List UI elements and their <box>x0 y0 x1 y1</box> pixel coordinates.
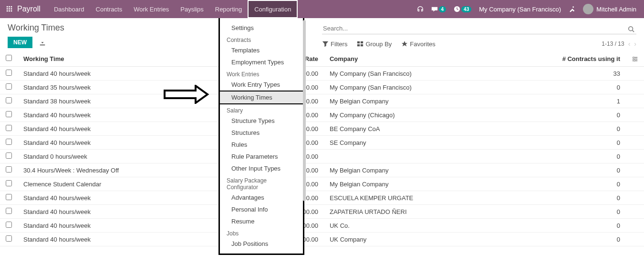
cell-company <box>324 150 550 163</box>
row-checkbox[interactable] <box>6 83 12 90</box>
row-checkbox[interactable] <box>6 70 12 76</box>
cell-contracts: 0 <box>550 177 626 191</box>
apps-icon[interactable] <box>4 6 15 12</box>
svg-rect-6 <box>7 10 8 12</box>
dd-item-advantages[interactable]: Advantages <box>220 192 303 203</box>
cell-company: My Belgian Company <box>324 163 550 177</box>
dd-item-job-positions[interactable]: Job Positions <box>220 238 303 246</box>
dd-item-templates[interactable]: Templates <box>220 44 303 56</box>
table-container: Working Time Time Rate Company # Contrac… <box>0 51 644 246</box>
dd-item-structure-types[interactable]: Structure Types <box>220 115 303 127</box>
filters-button[interactable]: Filters <box>322 41 347 48</box>
dd-item-personal-info[interactable]: Personal Info <box>220 203 303 215</box>
row-checkbox[interactable] <box>6 111 12 117</box>
table-row[interactable]: Clemence Student Calendar20.00My Belgian… <box>0 177 644 191</box>
svg-point-20 <box>634 60 635 61</box>
dd-item-resume[interactable]: Resume <box>220 215 303 227</box>
cell-contracts: 0 <box>550 233 626 246</box>
cell-company: My Company (Chicago) <box>324 108 550 122</box>
nav-dashboard[interactable]: Dashboard <box>48 0 90 18</box>
table-row[interactable]: Standard 40 hours/week100.00SE Company0 <box>0 136 644 150</box>
row-checkbox[interactable] <box>6 125 12 131</box>
table-row[interactable]: Standard 40 hours/week100.00BE Company C… <box>0 122 644 136</box>
tools-icon[interactable] <box>565 0 579 18</box>
dd-section-contracts: Contracts <box>220 34 303 44</box>
group-by-button[interactable]: Group By <box>357 41 392 48</box>
svg-rect-11 <box>357 41 360 43</box>
svg-rect-14 <box>361 44 363 46</box>
dd-item-rule-parameters[interactable]: Rule Parameters <box>220 151 303 162</box>
row-checkbox[interactable] <box>6 235 12 242</box>
company-selector[interactable]: My Company (San Francisco) <box>475 0 565 18</box>
svg-rect-3 <box>7 8 8 10</box>
nav-configuration[interactable]: Configuration <box>248 0 298 18</box>
row-checkbox[interactable] <box>6 222 12 228</box>
dd-section-salary-package-configurator: Salary Package Configurator <box>220 174 303 192</box>
svg-point-18 <box>633 57 634 58</box>
activities-badge: 43 <box>461 6 471 12</box>
dd-section-salary: Salary <box>220 104 303 115</box>
table-row[interactable]: Standard 0 hours/week0.000 <box>0 150 644 163</box>
svg-rect-0 <box>7 6 8 8</box>
search-input[interactable] <box>322 23 636 34</box>
cell-company: SE Company <box>324 136 550 150</box>
row-checkbox[interactable] <box>6 97 12 103</box>
col-company[interactable]: Company <box>324 51 550 67</box>
svg-point-10 <box>629 26 633 30</box>
search-icon[interactable] <box>628 25 634 32</box>
svg-rect-8 <box>11 10 12 12</box>
cell-company: UK Co. <box>324 219 550 233</box>
dd-item-working-times[interactable]: Working Times <box>219 91 304 104</box>
cell-contracts: 0 <box>550 122 626 136</box>
working-times-table: Working Time Time Rate Company # Contrac… <box>0 51 644 246</box>
cell-contracts: 0 <box>550 81 626 94</box>
nav-contracts[interactable]: Contracts <box>90 0 128 18</box>
row-checkbox[interactable] <box>6 166 12 173</box>
table-row[interactable]: Standard 38 hours/week100.00My Belgian C… <box>0 94 644 108</box>
favorites-button[interactable]: Favorites <box>401 41 435 48</box>
col-options[interactable] <box>626 51 644 67</box>
cell-company: My Company (San Francisco) <box>324 67 550 81</box>
control-panel: Working Times NEW Filters Group By Favor… <box>0 18 644 51</box>
table-row[interactable]: Standard 40 hours/week100.00My Company (… <box>0 67 644 81</box>
new-button[interactable]: NEW <box>8 37 32 48</box>
row-checkbox[interactable] <box>6 152 12 159</box>
pager-next-icon[interactable]: › <box>634 40 636 48</box>
user-menu[interactable]: Mitchell Admin <box>579 0 640 18</box>
messaging-icon[interactable]: 4 <box>427 0 450 18</box>
row-checkbox[interactable] <box>6 139 12 145</box>
configuration-dropdown: SettingsContractsTemplatesEmployment Typ… <box>218 18 304 246</box>
row-checkbox[interactable] <box>6 180 12 186</box>
table-row[interactable]: Standard 35 hours/week100.00My Company (… <box>0 81 644 94</box>
table-row[interactable]: Standard 40 hours/week100.00UK Company0 <box>0 233 644 246</box>
support-icon[interactable] <box>413 0 427 18</box>
pager-text[interactable]: 1-13 / 13 <box>602 41 624 47</box>
select-all-checkbox[interactable] <box>6 55 12 61</box>
dd-item-employment-types[interactable]: Employment Types <box>220 56 303 68</box>
nav-work-entries[interactable]: Work Entries <box>128 0 175 18</box>
app-name[interactable]: Payroll <box>17 5 41 13</box>
dd-item-work-entry-types[interactable]: Work Entry Types <box>220 79 303 91</box>
table-row[interactable]: Standard 40 hours/week100.00My Company (… <box>0 108 644 122</box>
cell-company: BE Company CoA <box>324 122 550 136</box>
row-checkbox[interactable] <box>6 208 12 214</box>
import-icon[interactable] <box>39 39 46 46</box>
table-row[interactable]: 30.4 Hours/Week : Wednesday Off80.00My B… <box>0 163 644 177</box>
dd-item-structures[interactable]: Structures <box>220 127 303 139</box>
table-row[interactable]: Standard 40 hours/week100.00ESCUELA KEMP… <box>0 191 644 205</box>
pager-prev-icon[interactable]: ‹ <box>628 40 631 48</box>
table-row[interactable]: Standard 40 hours/week100.00ZAPATERIA UR… <box>0 205 644 219</box>
svg-rect-4 <box>9 8 10 10</box>
group-by-label: Group By <box>365 41 392 48</box>
nav-reporting[interactable]: Reporting <box>209 0 248 18</box>
cell-company: UK Company <box>324 233 550 246</box>
table-row[interactable]: Standard 40 hours/week100.00UK Co.0 <box>0 219 644 233</box>
dd-item-settings[interactable]: Settings <box>220 22 303 34</box>
dd-item-other-input-types[interactable]: Other Input Types <box>220 162 303 174</box>
nav-payslips[interactable]: Payslips <box>175 0 209 18</box>
dd-item-rules[interactable]: Rules <box>220 139 303 151</box>
activities-icon[interactable]: 43 <box>450 0 475 18</box>
col-contracts[interactable]: # Contracts using it <box>550 51 626 67</box>
svg-rect-12 <box>361 41 363 43</box>
row-checkbox[interactable] <box>6 194 12 200</box>
